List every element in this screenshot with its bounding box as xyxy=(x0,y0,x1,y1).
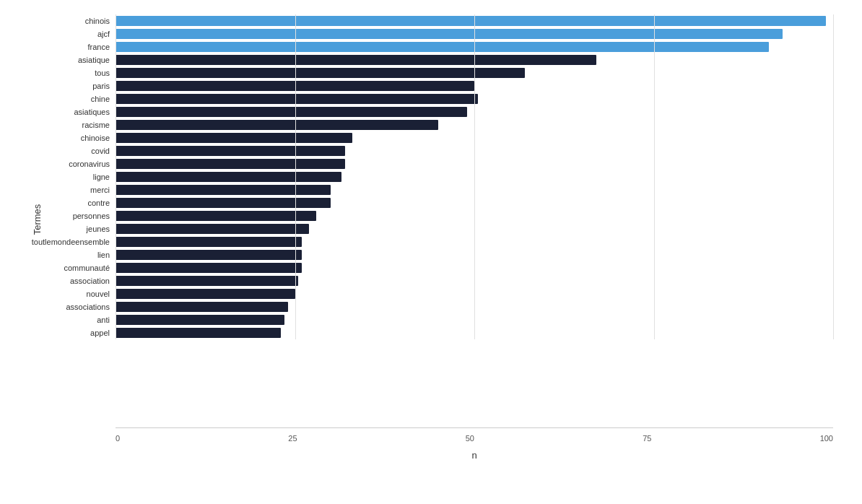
bar-label: jeunes xyxy=(9,225,110,233)
bar-label: associations xyxy=(9,303,110,311)
bar-row: associations xyxy=(116,300,833,313)
bar xyxy=(116,276,298,286)
bar xyxy=(116,146,345,156)
bar-row: communauté xyxy=(116,261,833,274)
bar-label: racisme xyxy=(9,121,110,129)
bar-row: anti xyxy=(116,313,833,326)
bar-row: asiatique xyxy=(116,53,833,66)
bar-label: chinoise xyxy=(9,134,110,142)
bar-row: france xyxy=(116,40,833,53)
bar-row: appel xyxy=(116,326,833,339)
bar xyxy=(116,302,288,312)
chart-container: Termes chinoisajcffranceasiatiquetouspar… xyxy=(0,0,862,504)
bars-and-grid: Termes chinoisajcffranceasiatiquetouspar… xyxy=(116,14,833,425)
bar xyxy=(116,16,826,26)
bar-label: association xyxy=(9,277,110,285)
bar xyxy=(116,328,281,338)
bar xyxy=(116,172,341,182)
x-tick: 0 xyxy=(116,434,120,443)
bar-row: ligne xyxy=(116,170,833,183)
bar-label: paris xyxy=(9,82,110,90)
bar xyxy=(116,315,284,325)
bar xyxy=(116,133,352,143)
bar-label: appel xyxy=(9,329,110,337)
bar xyxy=(116,185,331,195)
bar-label: chinois xyxy=(9,17,110,25)
x-tick: 25 xyxy=(288,434,297,443)
bar xyxy=(116,120,438,130)
bar xyxy=(116,250,302,260)
bar-row: coronavirus xyxy=(116,157,833,170)
bar xyxy=(116,198,331,208)
bars-wrapper: chinoisajcffranceasiatiquetousparischine… xyxy=(116,14,833,339)
bar xyxy=(116,29,783,39)
bar-row: chinois xyxy=(116,14,833,27)
bar-label: chine xyxy=(9,95,110,103)
bar xyxy=(116,159,345,169)
bar-label: merci xyxy=(9,186,110,194)
bar-row: tous xyxy=(116,66,833,79)
x-tick: 100 xyxy=(820,434,833,443)
bar-label: asiatiques xyxy=(9,108,110,116)
bar-row: covid xyxy=(116,144,833,157)
bar-label: coronavirus xyxy=(9,160,110,168)
bar-row: contre xyxy=(116,196,833,209)
bar-row: toutlemondeensemble xyxy=(116,235,833,248)
bar-row: chine xyxy=(116,92,833,105)
bar xyxy=(116,55,596,65)
bar-row: paris xyxy=(116,79,833,92)
bar-label: france xyxy=(9,43,110,51)
bar-row: asiatiques xyxy=(116,105,833,118)
bar xyxy=(116,263,302,273)
x-tick: 50 xyxy=(466,434,474,443)
bar-row: nouvel xyxy=(116,287,833,300)
bar-row: jeunes xyxy=(116,222,833,235)
grid-line xyxy=(833,14,834,339)
bar-row: ajcf xyxy=(116,27,833,40)
bar-label: anti xyxy=(9,316,110,324)
bar xyxy=(116,107,467,117)
x-axis-label: n xyxy=(116,450,833,461)
bar xyxy=(116,224,309,234)
bar-row: racisme xyxy=(116,118,833,131)
bar-label: communauté xyxy=(9,264,110,272)
bar-label: lien xyxy=(9,251,110,259)
bar xyxy=(116,289,295,299)
x-tick: 75 xyxy=(643,434,651,443)
bar-row: lien xyxy=(116,248,833,261)
bar-label: personnes xyxy=(9,212,110,220)
bar-row: chinoise xyxy=(116,131,833,144)
bar-label: nouvel xyxy=(9,290,110,298)
bar-row: association xyxy=(116,274,833,287)
bar xyxy=(116,81,474,91)
bar-label: ligne xyxy=(9,173,110,181)
bar xyxy=(116,94,478,104)
bar xyxy=(116,68,525,78)
bar-label: tous xyxy=(9,69,110,77)
bar xyxy=(116,237,302,247)
x-axis: 0255075100 xyxy=(116,427,833,443)
bar-label: toutlemondeensemble xyxy=(9,238,110,246)
bar-row: merci xyxy=(116,183,833,196)
bar-label: contre xyxy=(9,199,110,207)
bar xyxy=(116,211,316,221)
bar-label: covid xyxy=(9,147,110,155)
bar-label: ajcf xyxy=(9,30,110,38)
bar-row: personnes xyxy=(116,209,833,222)
bar xyxy=(116,42,769,52)
bar-label: asiatique xyxy=(9,56,110,64)
